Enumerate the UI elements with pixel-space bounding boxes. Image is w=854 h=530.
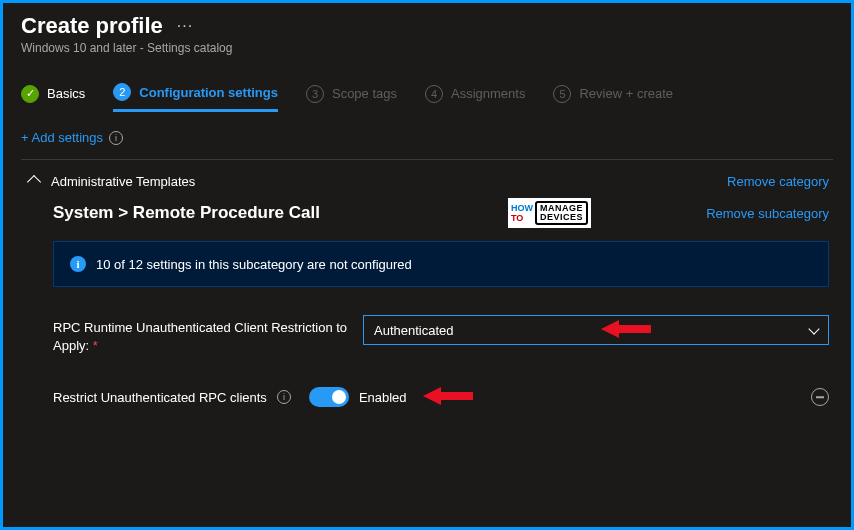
- remove-setting-button[interactable]: [811, 388, 829, 406]
- restrict-clients-toggle[interactable]: [309, 387, 349, 407]
- toggle-state-label: Enabled: [359, 390, 407, 405]
- page-subtitle: Windows 10 and later - Settings catalog: [21, 41, 833, 55]
- remove-subcategory-link[interactable]: Remove subcategory: [706, 206, 829, 221]
- step-scope-tags[interactable]: 3 Scope tags: [306, 85, 397, 111]
- info-icon[interactable]: i: [277, 390, 291, 404]
- info-icon: i: [70, 256, 86, 272]
- step-assignments[interactable]: 4 Assignments: [425, 85, 525, 111]
- category-toggle[interactable]: Administrative Templates: [25, 174, 195, 189]
- watermark-logo: HOW TO MANAGE DEVICES: [508, 198, 591, 228]
- checkmark-icon: ✓: [21, 85, 39, 103]
- chevron-down-icon: [808, 323, 819, 334]
- step-basics[interactable]: ✓ Basics: [21, 85, 85, 111]
- page-title: Create profile: [21, 13, 163, 39]
- more-button[interactable]: ···: [177, 17, 193, 35]
- wizard-stepper: ✓ Basics 2 Configuration settings 3 Scop…: [3, 61, 851, 112]
- info-icon[interactable]: i: [109, 131, 123, 145]
- info-banner: i 10 of 12 settings in this subcategory …: [53, 241, 829, 287]
- remove-category-link[interactable]: Remove category: [727, 174, 829, 189]
- subcategory-breadcrumb: System > Remote Procedure Call: [53, 203, 320, 223]
- step-configuration-settings[interactable]: 2 Configuration settings: [113, 83, 278, 112]
- setting-label-rpc-restriction: RPC Runtime Unauthenticated Client Restr…: [53, 315, 353, 355]
- arrow-annotation-icon: [423, 387, 473, 405]
- svg-marker-1: [423, 387, 473, 405]
- setting-label-restrict-clients: Restrict Unauthenticated RPC clients: [53, 390, 267, 405]
- step-review-create[interactable]: 5 Review + create: [553, 85, 673, 111]
- chevron-up-icon: [27, 174, 41, 188]
- rpc-restriction-select[interactable]: Authenticated: [363, 315, 829, 345]
- add-settings-link[interactable]: + Add settings i: [21, 130, 833, 145]
